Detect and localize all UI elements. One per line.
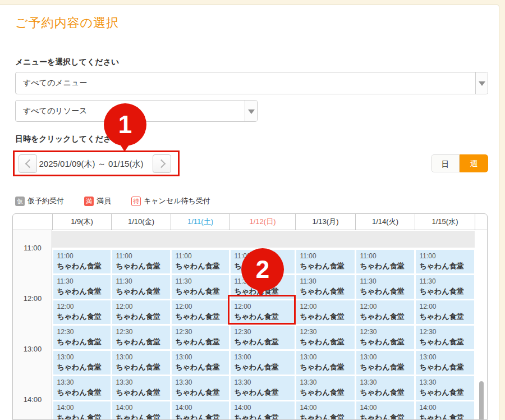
calendar-slot-cell[interactable]: 13:30ちゃわん食堂 [112, 376, 170, 400]
calendar-slot-cell[interactable]: 13:00ちゃわん食堂 [356, 351, 414, 375]
slot-time: 12:30 [360, 327, 412, 337]
slot-time: 11:30 [235, 277, 292, 286]
week-calendar: 1/9(木)1/10(金)1/11(土)1/12(日)1/13(月)1/14(火… [12, 213, 488, 420]
calendar-slot-cell[interactable]: 12:00ちゃわん食堂 [231, 300, 295, 324]
slot-event-name: ちゃわん食堂 [420, 387, 472, 398]
provisional-badge-icon: 仮 [15, 197, 25, 206]
calendar-slot-cell[interactable]: 11:30ちゃわん食堂 [296, 275, 355, 299]
resource-select[interactable]: すべてのリソース [15, 100, 258, 122]
calendar-slot-cell[interactable]: 11:00ちゃわん食堂 [231, 250, 295, 273]
calendar-slot-cell[interactable]: 12:30ちゃわん食堂 [416, 326, 474, 349]
calendar-slot-cell[interactable]: 13:00ちゃわん食堂 [53, 351, 111, 375]
calendar-slot-cell[interactable]: 13:30ちゃわん食堂 [296, 376, 355, 400]
slot-event-name: ちゃわん食堂 [235, 286, 292, 296]
slot-event-name: ちゃわん食堂 [116, 387, 168, 398]
calendar-slot-cell[interactable]: 11:30ちゃわん食堂 [356, 275, 414, 299]
slot-time: 13:00 [57, 353, 108, 362]
full-badge-icon: 満 [84, 197, 94, 206]
slot-time: 14:00 [420, 403, 472, 413]
slot-event-name: ちゃわん食堂 [420, 312, 472, 322]
calendar-slot-cell[interactable]: 12:30ちゃわん食堂 [172, 326, 229, 349]
calendar-slot-cell[interactable]: 11:00ちゃわん食堂 [112, 250, 170, 273]
chevron-down-icon[interactable] [475, 72, 488, 94]
calendar-slot-cell[interactable]: 11:00ちゃわん食堂 [356, 250, 414, 273]
slot-time: 12:00 [360, 302, 412, 312]
slot-event-name: ちゃわん食堂 [176, 286, 227, 296]
calendar-slot-cell[interactable]: 14:00ちゃわん食堂 [356, 401, 414, 420]
calendar-slot-cell[interactable]: 13:00ちゃわん食堂 [296, 351, 355, 375]
day-column-header: 1/9(木) [52, 214, 111, 230]
calendar-slot-cell[interactable]: 12:30ちゃわん食堂 [296, 326, 355, 349]
calendar-slot-cell[interactable]: 11:00ちゃわん食堂 [172, 250, 229, 273]
calendar-slot-cell[interactable]: 12:00ちゃわん食堂 [172, 300, 229, 324]
week-view-button[interactable]: 週 [460, 154, 488, 172]
calendar-slot-cell[interactable]: 13:30ちゃわん食堂 [172, 376, 229, 400]
slot-event-name: ちゃわん食堂 [116, 286, 168, 296]
next-week-button[interactable] [153, 154, 171, 173]
chevron-right-icon [157, 159, 166, 168]
slot-event-name: ちゃわん食堂 [360, 312, 412, 322]
calendar-body: 11:0012:0013:0014:00 11:00ちゃわん食堂11:00ちゃわ… [13, 230, 487, 420]
calendar-row: 12:30ちゃわん食堂12:30ちゃわん食堂12:30ちゃわん食堂12:30ちゃ… [52, 325, 475, 350]
calendar-slot-cell[interactable]: 11:30ちゃわん食堂 [112, 275, 170, 299]
hour-label: 11:00 [13, 244, 52, 252]
calendar-slot-cell[interactable]: 11:30ちゃわん食堂 [53, 275, 111, 299]
slot-time: 11:30 [176, 277, 227, 286]
calendar-slot-cell[interactable]: 11:30ちゃわん食堂 [231, 275, 295, 299]
menu-select[interactable]: すべてのメニュー [15, 72, 488, 94]
slot-time: 12:30 [420, 327, 472, 337]
calendar-slot-cell[interactable]: 11:30ちゃわん食堂 [172, 275, 229, 299]
calendar-slot-cell[interactable]: 12:00ちゃわん食堂 [416, 300, 474, 324]
calendar-slot-cell[interactable]: 14:00ちゃわん食堂 [172, 401, 229, 420]
slot-time: 11:00 [360, 252, 412, 261]
slot-time: 14:00 [116, 403, 168, 413]
slot-event-name: ちゃわん食堂 [360, 362, 412, 372]
resource-select-value: すべてのリソース [16, 101, 245, 121]
slot-event-name: ちゃわん食堂 [360, 286, 412, 296]
calendar-slot-cell[interactable]: 12:30ちゃわん食堂 [356, 326, 414, 349]
slot-time: 12:00 [235, 302, 292, 312]
calendar-slot-cell[interactable]: 14:00ちゃわん食堂 [53, 401, 111, 420]
page-title: ご予約内容の選択 [15, 15, 119, 31]
day-view-button[interactable]: 日 [431, 154, 460, 172]
slot-event-name: ちゃわん食堂 [176, 337, 227, 347]
calendar-slot-cell[interactable]: 11:00ちゃわん食堂 [53, 250, 111, 273]
slot-time: 11:00 [57, 252, 108, 261]
calendar-slot-cell[interactable]: 12:30ちゃわん食堂 [112, 326, 170, 349]
calendar-slot-cell[interactable]: 14:00ちゃわん食堂 [416, 401, 474, 420]
legend: 仮 仮予約受付 満 満員 待 キャンセル待ち受付 [15, 196, 231, 206]
calendar-slot-cell[interactable]: 13:00ちゃわん食堂 [416, 351, 474, 375]
calendar-slot-cell[interactable]: 13:30ちゃわん食堂 [356, 376, 414, 400]
slot-time: 12:00 [300, 302, 352, 312]
calendar-slot-cell[interactable]: 13:30ちゃわん食堂 [231, 376, 295, 400]
calendar-slot-cell[interactable]: 14:00ちゃわん食堂 [296, 401, 355, 420]
calendar-slot-cell[interactable]: 11:30ちゃわん食堂 [416, 275, 474, 299]
slot-event-name: ちゃわん食堂 [116, 337, 168, 347]
calendar-slot-cell[interactable]: 12:30ちゃわん食堂 [53, 326, 111, 349]
slot-time: 11:30 [420, 277, 472, 286]
calendar-slot-cell[interactable]: 13:30ちゃわん食堂 [416, 376, 474, 400]
calendar-slot-cell[interactable]: 12:00ちゃわん食堂 [356, 300, 414, 324]
slot-time: 14:00 [176, 403, 227, 413]
calendar-slot-cell[interactable]: 11:00ちゃわん食堂 [296, 250, 355, 273]
slot-time: 11:00 [116, 252, 168, 261]
calendar-slot-cell[interactable]: 12:00ちゃわん食堂 [53, 300, 111, 324]
calendar-slot-cell[interactable]: 11:00ちゃわん食堂 [416, 250, 474, 273]
scrollbar-thumb[interactable] [479, 381, 484, 420]
slot-time: 12:00 [176, 302, 227, 312]
calendar-slot-cell[interactable]: 12:00ちゃわん食堂 [296, 300, 355, 324]
calendar-slot-cell[interactable]: 14:00ちゃわん食堂 [112, 401, 170, 420]
calendar-slot-cell[interactable]: 13:00ちゃわん食堂 [112, 351, 170, 375]
slot-event-name: ちゃわん食堂 [300, 312, 352, 322]
calendar-slot-cell[interactable]: 13:00ちゃわん食堂 [172, 351, 229, 375]
calendar-slot-cell[interactable]: 12:00ちゃわん食堂 [112, 300, 170, 324]
slot-event-name: ちゃわん食堂 [176, 387, 227, 398]
slot-time: 14:00 [57, 403, 108, 413]
calendar-slot-cell[interactable]: 13:30ちゃわん食堂 [53, 376, 111, 400]
calendar-slot-cell[interactable]: 13:00ちゃわん食堂 [231, 351, 295, 375]
calendar-row: 13:30ちゃわん食堂13:30ちゃわん食堂13:30ちゃわん食堂13:30ちゃ… [52, 375, 475, 400]
slot-event-name: ちゃわん食堂 [300, 362, 352, 372]
calendar-slot-cell[interactable]: 14:00ちゃわん食堂 [231, 401, 295, 420]
calendar-slot-cell[interactable]: 12:30ちゃわん食堂 [231, 326, 295, 349]
chevron-down-icon[interactable] [245, 101, 257, 121]
